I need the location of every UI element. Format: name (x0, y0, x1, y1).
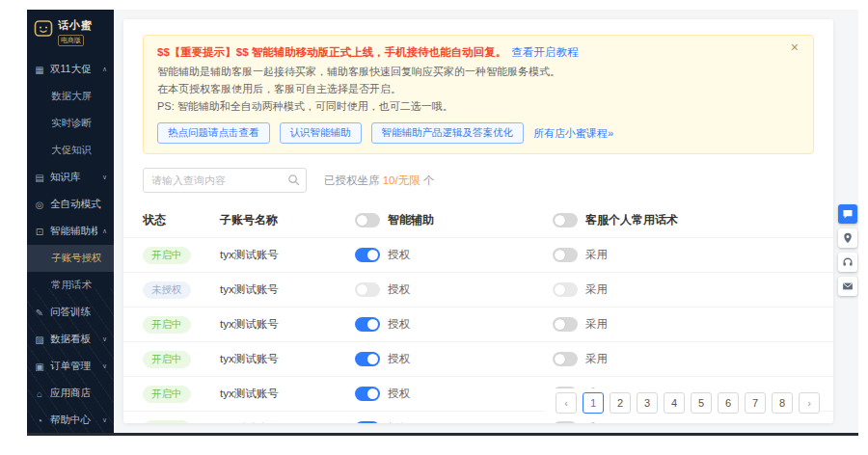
script-column-header: 客服个人常用话术 (553, 212, 814, 228)
assist-toggle[interactable] (355, 352, 380, 366)
sidebar-item[interactable]: 子账号授权 (27, 245, 114, 272)
script-toggle[interactable] (553, 248, 578, 262)
product-logic-button[interactable]: 智能辅助产品逻辑及答案优化 (371, 122, 525, 144)
table-header: 状态 子账号名称 智能辅助 客服个人常用话术 (123, 202, 833, 237)
sidebar-item[interactable]: ▨ 数据看板 ∨ (27, 326, 114, 353)
chevron-icon: ∨ (102, 335, 107, 343)
script-toggle[interactable] (553, 352, 578, 366)
auto-mode-icon: ◎ (34, 200, 45, 210)
sidebar-item[interactable]: ▦ 双11大促 ∧ (27, 56, 114, 83)
search-box (143, 168, 307, 193)
page-button-6[interactable]: 6 (718, 392, 739, 414)
sidebar-item[interactable]: 数据大屏 (27, 83, 114, 110)
table-row: 未授权 tyx测试账号 授权 采用 (123, 272, 833, 307)
status-column-header: 状态 (143, 212, 220, 228)
script-column-label: 客服个人常用话术 (585, 212, 678, 228)
page-button-3[interactable]: 3 (637, 392, 658, 414)
script-all-toggle[interactable] (553, 213, 578, 228)
page-button-5[interactable]: 5 (691, 392, 712, 414)
page-button-1[interactable]: 1 (583, 392, 604, 414)
page-button-8[interactable]: 8 (772, 392, 793, 414)
assist-toggle-label: 授权 (388, 317, 410, 332)
orders-icon: ▣ (34, 361, 45, 372)
sidebar-item[interactable]: ▣ 订单管理 ∨ (27, 353, 114, 380)
script-toggle-label: 采用 (585, 317, 608, 332)
assist-all-toggle[interactable] (355, 213, 380, 228)
seats-value: 10/无限 (383, 174, 420, 186)
app-store-icon: ⌂ (34, 388, 45, 399)
logo-icon (34, 18, 53, 38)
table-row: 开启中 tyx测试账号 授权 采用 (123, 237, 833, 272)
script-toggle[interactable] (553, 317, 578, 332)
assist-toggle[interactable] (355, 387, 380, 401)
seats-prefix: 已授权坐席 (324, 174, 383, 186)
sidebar-item[interactable]: 大促知识 (27, 137, 114, 164)
assist-mode-icon: ⊡ (34, 227, 45, 237)
script-toggle[interactable] (553, 421, 578, 423)
account-name: tyx测试账号 (220, 248, 355, 262)
sidebar-item-label: 问答训练 (50, 306, 102, 319)
pagination: ‹12345678› (544, 388, 820, 415)
sidebar-item-label: 常用话术 (51, 279, 102, 292)
status-badge: 开启中 (143, 386, 191, 403)
promo-icon: ▦ (34, 65, 45, 75)
search-icon[interactable] (287, 174, 300, 186)
sidebar-item[interactable]: ◔ 帮助中心 ∨ (27, 407, 114, 433)
assist-toggle[interactable] (355, 282, 380, 297)
sidebar-item[interactable]: ⌂ 应用商店 (27, 380, 114, 407)
chevron-icon: ∨ (102, 416, 107, 424)
prev-page-button[interactable]: ‹ (556, 392, 577, 414)
notice-line-2: 在本页授权客服使用后，客服可自主选择是否开启。 (157, 82, 784, 96)
page-button-2[interactable]: 2 (610, 392, 631, 414)
sidebar-item-label: 订单管理 (50, 360, 97, 373)
chevron-icon: ∧ (102, 66, 107, 73)
filter-row: 已授权坐席 10/无限 个 (143, 168, 814, 193)
name-column-header: 子账号名称 (220, 212, 355, 228)
sidebar-item[interactable]: ◎ 全自动模式 (27, 191, 114, 218)
sidebar-item-label: 智能辅助模式 (50, 225, 97, 238)
page-button-4[interactable]: 4 (664, 392, 685, 414)
script-toggle[interactable] (553, 282, 578, 297)
content-card: × $$【重要提示】$$ 智能辅助移动版正式上线，手机接待也能自动回复。 查看开… (123, 19, 833, 423)
headset-icon[interactable] (838, 253, 857, 272)
sidebar-item[interactable]: 实时诊断 (27, 110, 114, 137)
logo: 话小蜜 电商版 (27, 10, 114, 53)
chevron-icon: ∨ (102, 362, 107, 370)
assist-toggle-label: 授权 (388, 352, 410, 366)
assist-toggle-label: 授权 (388, 421, 410, 423)
help-center-icon: ◔ (34, 415, 45, 426)
sidebar-item[interactable]: ▤ 知识库 ∨ (27, 164, 114, 191)
library-icon: ▤ (34, 173, 45, 183)
next-page-button[interactable]: › (799, 392, 820, 414)
dashboard-icon: ▨ (34, 335, 45, 345)
script-toggle-label: 采用 (585, 282, 608, 297)
sidebar-item[interactable]: ✎ 问答训练 (27, 299, 114, 326)
sidebar-item-label: 数据看板 (50, 333, 97, 346)
sidebar-item[interactable]: ⊡ 智能辅助模式 ∧ (27, 218, 114, 245)
all-courses-link[interactable]: 所有店小蜜课程» (533, 126, 613, 141)
sidebar-item-label: 应用商店 (50, 387, 102, 400)
logo-title: 话小蜜 (58, 18, 93, 33)
page-button-7[interactable]: 7 (745, 392, 766, 414)
close-icon[interactable]: × (785, 40, 804, 55)
hot-questions-button[interactable]: 热点问题请点击查看 (157, 122, 270, 144)
assist-toggle[interactable] (355, 248, 380, 262)
sidebar-item-label: 大促知识 (51, 144, 102, 157)
status-badge: 开启中 (143, 351, 191, 368)
account-name: tyx测试账号 (220, 387, 355, 401)
sidebar-item[interactable]: 常用话术 (27, 272, 114, 299)
main-content: × $$【重要提示】$$ 智能辅助移动版正式上线，手机接待也能自动回复。 查看开… (114, 10, 858, 433)
assist-toggle[interactable] (355, 317, 380, 332)
location-icon[interactable] (838, 228, 857, 248)
account-name: tyx测试账号 (220, 282, 355, 297)
search-input[interactable] (143, 168, 307, 193)
open-tutorial-link[interactable]: 查看开启教程 (511, 46, 578, 58)
assist-toggle-label: 授权 (388, 387, 410, 401)
assist-toggle[interactable] (355, 421, 380, 423)
about-assist-button[interactable]: 认识智能辅助 (280, 122, 362, 144)
chat-icon[interactable] (838, 204, 857, 224)
mail-icon[interactable] (838, 277, 857, 296)
chevron-icon: ∧ (102, 228, 107, 235)
notice-title: $$【重要提示】$$ 智能辅助移动版正式上线，手机接待也能自动回复。 (157, 46, 506, 58)
notice-line-1: 智能辅助是辅助客服一起接待买家，辅助客服快速回复响应买家的一种智能服务模式。 (157, 65, 784, 79)
